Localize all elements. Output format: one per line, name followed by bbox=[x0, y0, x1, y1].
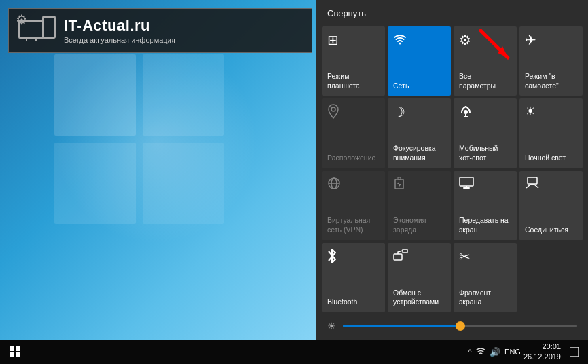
share-devices-icon bbox=[393, 249, 408, 266]
tile-settings-label: Всепараметры bbox=[459, 72, 496, 90]
settings-icon: ⚙ bbox=[459, 32, 471, 48]
cast-icon bbox=[459, 177, 474, 192]
tile-location[interactable]: Расположение bbox=[322, 98, 385, 168]
svg-rect-10 bbox=[528, 177, 537, 184]
clock-area[interactable]: 20:01 26.12.2019 bbox=[523, 342, 564, 363]
tile-hotspot[interactable]: Мобильныйхот-спот bbox=[454, 98, 517, 168]
tile-network[interactable]: Сеть bbox=[388, 26, 451, 96]
tablet-mode-icon: ⊞ bbox=[327, 32, 339, 48]
start-button[interactable] bbox=[3, 340, 27, 364]
svg-point-4 bbox=[464, 110, 468, 114]
brightness-thumb[interactable] bbox=[456, 321, 465, 331]
taskbar-right: ^ 🔊 ENG 20:01 26.12.2019 bbox=[468, 340, 588, 364]
tile-vpn-label: Виртуальнаясеть (VPN) bbox=[327, 216, 370, 234]
tile-airplane[interactable]: ✈ Режим "всамолете" bbox=[519, 26, 583, 96]
snip-icon: ✂ bbox=[459, 249, 471, 265]
clock-date: 26.12.2019 bbox=[523, 352, 561, 362]
clock-time: 20:01 bbox=[542, 342, 561, 352]
tile-bluetooth[interactable]: Bluetooth bbox=[322, 243, 385, 312]
airplane-icon: ✈ bbox=[525, 32, 536, 48]
tile-share-devices-label: Обмен сустройствами bbox=[393, 289, 439, 307]
svg-point-2 bbox=[399, 43, 401, 45]
svg-rect-15 bbox=[10, 352, 14, 357]
svg-rect-9 bbox=[460, 177, 473, 186]
tile-focus-label: Фокусировкавнимания bbox=[393, 144, 436, 162]
logo-device-icons: ⚙ bbox=[18, 16, 56, 46]
tile-focus[interactable]: ☽ Фокусировкавнимания bbox=[388, 98, 451, 168]
tile-bluetooth-label: Bluetooth bbox=[327, 297, 357, 307]
tile-vpn[interactable]: Виртуальнаясеть (VPN) bbox=[322, 171, 385, 240]
tile-battery-label: Экономиязаряда bbox=[393, 216, 426, 234]
tile-network-label: Сеть bbox=[393, 81, 409, 91]
tile-settings[interactable]: ⚙ Всепараметры bbox=[454, 26, 517, 96]
tile-empty bbox=[519, 243, 583, 312]
tile-airplane-label: Режим "всамолете" bbox=[525, 72, 559, 90]
logo-title: IT-Actual.ru bbox=[64, 17, 176, 35]
logo-text: IT-Actual.ru Всегда актуальная информаци… bbox=[64, 17, 176, 44]
notification-center-button[interactable] bbox=[566, 340, 583, 364]
bluetooth-icon bbox=[327, 249, 337, 267]
tile-tablet-mode[interactable]: ⊞ Режимпланшета bbox=[322, 26, 385, 96]
svg-rect-16 bbox=[16, 352, 20, 357]
brightness-fill bbox=[343, 325, 460, 327]
svg-point-3 bbox=[331, 107, 335, 111]
tile-tablet-label: Режимпланшета bbox=[327, 72, 360, 90]
brightness-track[interactable] bbox=[343, 325, 577, 327]
action-center-header: Свернуть bbox=[316, 0, 588, 24]
tray-chevron[interactable]: ^ bbox=[468, 347, 472, 357]
action-center-tiles: ⊞ Режимпланшета Сеть ⚙ Всепараметры ✈ Ре… bbox=[316, 24, 588, 315]
tray-network-icon[interactable] bbox=[476, 347, 485, 357]
tile-share-devices[interactable]: Обмен сустройствами bbox=[388, 243, 451, 312]
tile-location-label: Расположение bbox=[327, 153, 375, 163]
svg-rect-13 bbox=[10, 346, 14, 351]
tile-nightlight[interactable]: ☀ Ночной свет bbox=[519, 98, 583, 168]
brightness-icon: ☀ bbox=[327, 321, 336, 331]
collapse-button[interactable]: Свернуть bbox=[327, 8, 366, 18]
connect-icon bbox=[525, 177, 540, 192]
tile-cast-label: Передавать наэкран bbox=[459, 216, 509, 234]
focus-icon: ☽ bbox=[393, 104, 405, 120]
brightness-control: ☀ bbox=[316, 315, 588, 340]
tray-volume-icon[interactable]: 🔊 bbox=[490, 347, 500, 357]
logo-subtitle: Всегда актуальная информация bbox=[64, 36, 176, 44]
tile-cast[interactable]: Передавать наэкран bbox=[454, 171, 517, 240]
svg-rect-12 bbox=[403, 249, 407, 253]
tile-nightlight-label: Ночной свет bbox=[525, 153, 566, 163]
system-tray: ^ 🔊 ENG bbox=[468, 347, 521, 357]
tile-connect-label: Соединиться bbox=[525, 225, 568, 235]
svg-rect-8 bbox=[395, 179, 403, 189]
taskbar-left bbox=[0, 340, 468, 364]
tile-snip[interactable]: ✂ Фрагментэкрана bbox=[454, 243, 517, 312]
network-icon bbox=[393, 32, 407, 49]
hotspot-icon bbox=[459, 104, 473, 121]
vpn-icon bbox=[327, 177, 341, 194]
action-center-panel: Свернуть ⊞ Режимпланшета Сеть ⚙ Всепарам… bbox=[316, 0, 588, 340]
svg-rect-11 bbox=[394, 254, 402, 260]
tile-connect[interactable]: Соединиться bbox=[519, 171, 583, 240]
tile-battery[interactable]: Экономиязаряда bbox=[388, 171, 451, 240]
svg-rect-17 bbox=[570, 347, 579, 357]
battery-saver-icon bbox=[393, 177, 405, 194]
monitor-icon bbox=[18, 20, 44, 39]
taskbar: ^ 🔊 ENG 20:01 26.12.2019 bbox=[0, 340, 588, 364]
tray-language[interactable]: ENG bbox=[504, 348, 521, 356]
phone-icon bbox=[42, 16, 56, 39]
svg-rect-14 bbox=[16, 346, 20, 351]
location-icon bbox=[327, 104, 339, 122]
tile-snip-label: Фрагментэкрана bbox=[459, 289, 491, 307]
tile-hotspot-label: Мобильныйхот-спот bbox=[459, 144, 498, 162]
nightlight-icon: ☀ bbox=[525, 104, 536, 119]
logo-banner: ⚙ IT-Actual.ru Всегда актуальная информа… bbox=[8, 8, 312, 53]
